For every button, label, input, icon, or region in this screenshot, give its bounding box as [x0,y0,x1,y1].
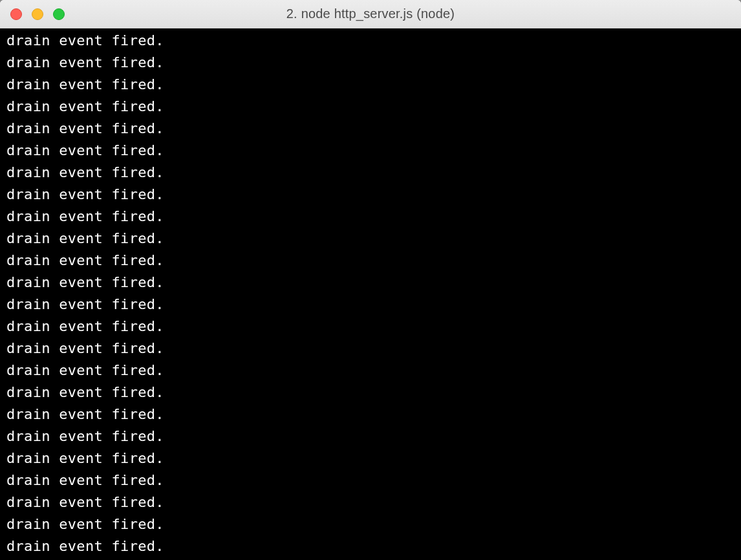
terminal-output[interactable]: drain event fired.drain event fired.drai… [0,28,741,560]
close-button[interactable] [10,8,22,20]
terminal-line: drain event fired. [6,206,735,228]
terminal-window: 2. node http_server.js (node) drain even… [0,0,741,560]
minimize-button[interactable] [32,8,43,20]
terminal-line: drain event fired. [6,338,735,360]
terminal-line: drain event fired. [6,447,735,469]
terminal-line: drain event fired. [6,294,735,316]
terminal-line: drain event fired. [6,140,735,162]
terminal-line: drain event fired. [6,162,735,184]
terminal-line: drain event fired. [6,228,735,250]
terminal-line: drain event fired. [6,30,735,52]
terminal-line: drain event fired. [6,535,735,557]
terminal-line: drain event fired. [6,360,735,382]
terminal-line: drain event fired. [6,491,735,513]
terminal-line: drain event fired. [6,250,735,272]
terminal-line: drain event fired. [6,118,735,140]
terminal-line: drain event fired. [6,425,735,447]
window-title: 2. node http_server.js (node) [0,6,741,21]
terminal-line: drain event fired. [6,469,735,491]
terminal-line: drain event fired. [6,404,735,425]
maximize-button[interactable] [53,8,65,20]
terminal-line: drain event fired. [6,272,735,294]
terminal-line: drain event fired. [6,382,735,404]
terminal-line: drain event fired. [6,184,735,206]
terminal-line: drain event fired. [6,316,735,338]
terminal-line: drain event fired. [6,513,735,535]
traffic-lights [0,8,65,20]
terminal-line: drain event fired. [6,74,735,96]
titlebar[interactable]: 2. node http_server.js (node) [0,0,741,28]
terminal-line: drain event fired. [6,52,735,74]
terminal-line: drain event fired. [6,96,735,118]
